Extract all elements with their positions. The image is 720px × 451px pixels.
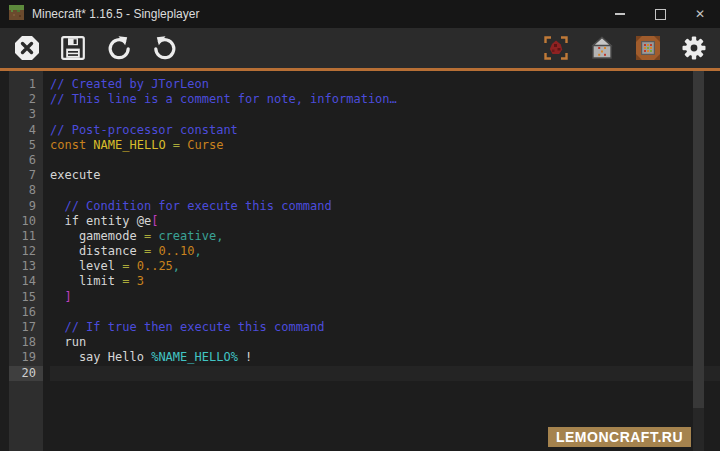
line-number: 9 bbox=[9, 199, 43, 214]
line-number-gutter: 1234567891011121314151617181920 bbox=[9, 71, 43, 451]
redo-arrow-icon bbox=[152, 35, 178, 61]
close-button[interactable]: ✕ bbox=[680, 0, 720, 28]
app-window: Minecraft* 1.16.5 - Singleplayer ✕ bbox=[0, 0, 720, 451]
line-number: 8 bbox=[9, 183, 43, 198]
structure-button[interactable] bbox=[588, 35, 615, 62]
line-number: 14 bbox=[9, 274, 43, 289]
code-area[interactable]: // Created by JTorLeon// This line is a … bbox=[43, 71, 720, 451]
code-line[interactable]: if entity @e[ bbox=[50, 214, 720, 229]
line-number: 16 bbox=[9, 305, 43, 320]
toolbar bbox=[0, 28, 720, 71]
code-line[interactable] bbox=[50, 107, 720, 122]
line-number: 11 bbox=[9, 229, 43, 244]
octagon-x-icon bbox=[14, 35, 40, 61]
redo-button[interactable] bbox=[151, 35, 178, 62]
close-icon: ✕ bbox=[695, 8, 705, 20]
code-line[interactable]: // Created by JTorLeon bbox=[50, 77, 720, 92]
grass-block-icon bbox=[9, 5, 24, 24]
command-block-icon bbox=[635, 35, 661, 61]
maximize-button[interactable] bbox=[640, 0, 680, 28]
code-line[interactable]: // Post-processor constant bbox=[50, 123, 720, 138]
maximize-icon bbox=[655, 9, 666, 20]
undo-button[interactable] bbox=[105, 35, 132, 62]
window-title: Minecraft* 1.16.5 - Singleplayer bbox=[32, 7, 199, 21]
vertical-scrollbar[interactable] bbox=[693, 71, 704, 451]
code-line[interactable]: distance = 0..10, bbox=[50, 244, 720, 259]
code-line[interactable]: // This line is a comment for note, info… bbox=[50, 92, 720, 107]
floppy-disk-icon bbox=[60, 35, 86, 61]
code-line[interactable] bbox=[50, 366, 720, 381]
command-block-button[interactable] bbox=[634, 35, 661, 62]
house-icon bbox=[589, 35, 615, 61]
line-number: 12 bbox=[9, 244, 43, 259]
scrollbar-thumb[interactable] bbox=[693, 71, 704, 408]
code-line[interactable]: ] bbox=[50, 290, 720, 305]
line-number: 1 bbox=[9, 77, 43, 92]
minimize-icon bbox=[615, 13, 625, 15]
window-controls: ✕ bbox=[600, 0, 720, 28]
code-line[interactable]: execute bbox=[50, 168, 720, 183]
line-number: 6 bbox=[9, 153, 43, 168]
line-number: 18 bbox=[9, 335, 43, 350]
code-line[interactable]: // If true then execute this command bbox=[50, 320, 720, 335]
code-editor: 1234567891011121314151617181920 // Creat… bbox=[0, 71, 720, 451]
line-number: 10 bbox=[9, 214, 43, 229]
line-number: 4 bbox=[9, 123, 43, 138]
line-number: 3 bbox=[9, 107, 43, 122]
code-line[interactable]: // Condition for execute this command bbox=[50, 199, 720, 214]
line-number: 7 bbox=[9, 168, 43, 183]
line-number: 19 bbox=[9, 350, 43, 365]
line-number: 5 bbox=[9, 138, 43, 153]
line-number: 13 bbox=[9, 259, 43, 274]
line-number: 15 bbox=[9, 290, 43, 305]
settings-button[interactable] bbox=[680, 35, 707, 62]
watermark-banner: LEMONCRAFT.RU bbox=[548, 427, 691, 447]
code-line[interactable]: limit = 3 bbox=[50, 274, 720, 289]
save-button[interactable] bbox=[59, 35, 86, 62]
redstone-tool-button[interactable] bbox=[542, 35, 569, 62]
line-number: 17 bbox=[9, 320, 43, 335]
code-line[interactable] bbox=[50, 153, 720, 168]
line-number: 2 bbox=[9, 92, 43, 107]
code-line[interactable]: gamemode = creative, bbox=[50, 229, 720, 244]
code-line[interactable]: say Hello %NAME_HELLO% ! bbox=[50, 350, 720, 365]
close-file-button[interactable] bbox=[13, 35, 40, 62]
toolbar-right-group bbox=[542, 35, 707, 62]
code-line[interactable] bbox=[50, 183, 720, 198]
undo-arrow-icon bbox=[106, 35, 132, 61]
code-line[interactable]: level = 0..25, bbox=[50, 259, 720, 274]
titlebar-left: Minecraft* 1.16.5 - Singleplayer bbox=[0, 5, 600, 24]
code-line[interactable]: const NAME_HELLO = Curse bbox=[50, 138, 720, 153]
toolbar-left-group bbox=[13, 35, 178, 62]
line-number: 20 bbox=[9, 366, 43, 381]
titlebar: Minecraft* 1.16.5 - Singleplayer ✕ bbox=[0, 0, 720, 28]
minimize-button[interactable] bbox=[600, 0, 640, 28]
redstone-dust-select-icon bbox=[543, 35, 569, 61]
gear-icon bbox=[681, 35, 707, 61]
code-line[interactable] bbox=[50, 305, 720, 320]
code-line[interactable]: run bbox=[50, 335, 720, 350]
